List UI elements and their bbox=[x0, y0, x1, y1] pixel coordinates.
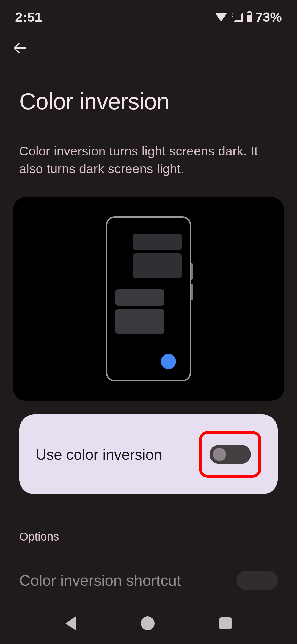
preview-illustration bbox=[13, 197, 284, 401]
nav-home-button[interactable] bbox=[141, 616, 155, 630]
nav-back-button[interactable] bbox=[65, 616, 76, 631]
use-color-inversion-row[interactable]: Use color inversion bbox=[19, 414, 278, 494]
use-color-inversion-label: Use color inversion bbox=[36, 445, 162, 464]
phone-mockup bbox=[106, 216, 191, 381]
signal-icon bbox=[233, 13, 243, 22]
color-inversion-shortcut-label: Color inversion shortcut bbox=[19, 570, 181, 591]
color-inversion-shortcut-toggle[interactable] bbox=[237, 571, 278, 590]
status-time: 2:51 bbox=[15, 10, 42, 25]
fab-dot-icon bbox=[161, 354, 176, 369]
phone-side-button-icon bbox=[191, 263, 193, 280]
signal-group: R bbox=[229, 13, 243, 22]
message-block-icon bbox=[133, 253, 182, 278]
wifi-icon bbox=[215, 13, 227, 21]
highlight-box bbox=[199, 431, 261, 478]
status-right-group: R 73% bbox=[215, 10, 282, 25]
nav-recent-button[interactable] bbox=[219, 617, 232, 629]
back-button[interactable] bbox=[0, 30, 297, 61]
message-block-icon bbox=[115, 309, 164, 334]
battery-percentage: 73% bbox=[255, 10, 282, 25]
navigation-bar bbox=[0, 603, 297, 644]
toggle-thumb-icon bbox=[213, 448, 226, 461]
option-right-group bbox=[225, 565, 278, 596]
use-color-inversion-toggle[interactable] bbox=[210, 445, 251, 464]
battery-icon bbox=[247, 12, 252, 22]
page-description: Color inversion turns light screens dark… bbox=[0, 126, 297, 189]
network-type-label: R bbox=[229, 12, 233, 18]
color-inversion-shortcut-row[interactable]: Color inversion shortcut bbox=[0, 554, 297, 601]
back-arrow-icon bbox=[14, 41, 28, 55]
options-section-header: Options bbox=[0, 494, 297, 554]
divider-icon bbox=[225, 565, 226, 596]
message-block-icon bbox=[133, 234, 182, 250]
page-title: Color inversion bbox=[0, 61, 297, 126]
message-block-icon bbox=[115, 289, 164, 306]
phone-side-button-icon bbox=[191, 284, 193, 300]
status-bar: 2:51 R 73% bbox=[0, 0, 297, 30]
